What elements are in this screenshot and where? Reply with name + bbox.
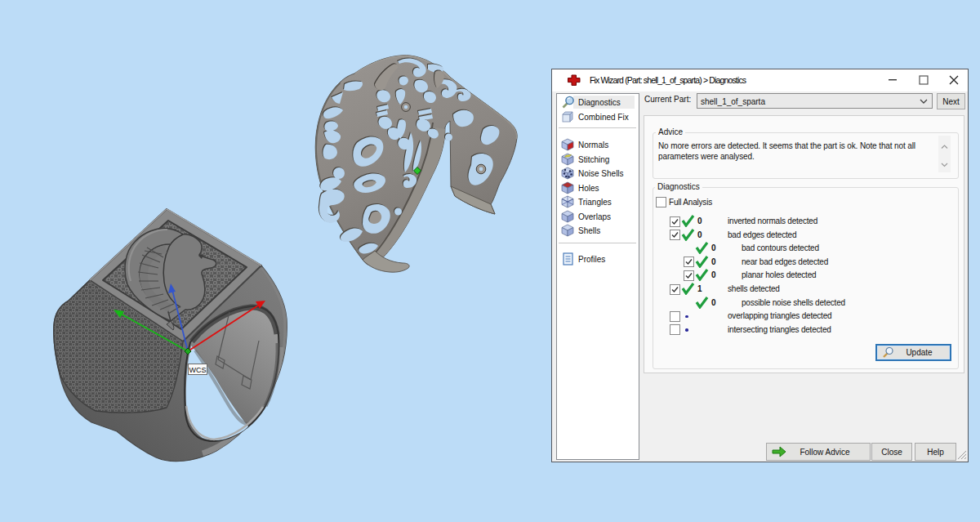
svg-text:WCS: WCS — [189, 366, 207, 374]
